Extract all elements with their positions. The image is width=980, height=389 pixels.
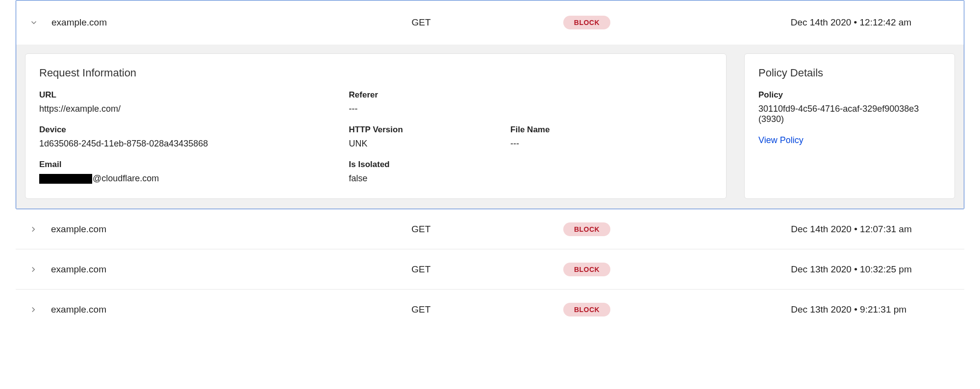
details-panel: Request Information URL https://example.… — [16, 45, 964, 209]
url-label: URL — [39, 90, 349, 100]
url-value: https://example.com/ — [39, 104, 349, 114]
chevron-down-icon[interactable] — [16, 18, 51, 27]
card-title: Policy Details — [758, 67, 941, 79]
referer-value: --- — [349, 104, 712, 114]
view-policy-link[interactable]: View Policy — [758, 135, 804, 145]
time-cell: Dec 14th 2020 • 12:12:42 am — [791, 17, 964, 28]
status-cell: BLOCK — [563, 303, 791, 316]
domain-cell: example.com — [51, 17, 412, 28]
table-row[interactable]: example.com GET BLOCK Dec 13th 2020 • 9:… — [16, 290, 964, 330]
log-table: example.com GET BLOCK Dec 14th 2020 • 12… — [0, 0, 980, 341]
chevron-right-icon[interactable] — [16, 305, 51, 314]
method-cell: GET — [412, 17, 563, 28]
policy-label: Policy — [758, 90, 941, 100]
status-cell: BLOCK — [563, 16, 791, 29]
http-version-label: HTTP Version — [349, 125, 511, 135]
status-cell: BLOCK — [563, 263, 791, 276]
policy-details-card: Policy Details Policy 30110fd9-4c56-4716… — [744, 53, 955, 199]
table-row-expanded: example.com GET BLOCK Dec 14th 2020 • 12… — [16, 0, 964, 209]
time-cell: Dec 13th 2020 • 10:32:25 pm — [791, 264, 964, 275]
chevron-right-icon[interactable] — [16, 265, 51, 274]
chevron-right-icon[interactable] — [16, 225, 51, 234]
policy-value: 30110fd9-4c56-4716-acaf-329ef90038e3 (39… — [758, 104, 941, 124]
domain-cell: example.com — [51, 224, 411, 235]
file-name-value: --- — [510, 139, 712, 149]
status-badge: BLOCK — [563, 16, 610, 29]
is-isolated-value: false — [349, 173, 712, 184]
file-name-label: File Name — [510, 125, 712, 135]
device-label: Device — [39, 125, 349, 135]
table-row[interactable]: example.com GET BLOCK Dec 14th 2020 • 12… — [16, 209, 964, 249]
status-badge: BLOCK — [563, 303, 610, 316]
referer-label: Referer — [349, 90, 712, 100]
domain-cell: example.com — [51, 304, 411, 315]
status-badge: BLOCK — [563, 222, 610, 236]
request-info-card: Request Information URL https://example.… — [25, 53, 727, 199]
redacted-block — [39, 174, 92, 184]
email-value: @cloudflare.com — [39, 173, 349, 184]
http-version-value: UNK — [349, 139, 511, 149]
is-isolated-label: Is Isolated — [349, 160, 712, 170]
email-domain: @cloudflare.com — [93, 173, 159, 183]
status-cell: BLOCK — [563, 222, 791, 236]
status-badge: BLOCK — [563, 263, 610, 276]
domain-cell: example.com — [51, 264, 411, 275]
email-label: Email — [39, 160, 349, 170]
method-cell: GET — [411, 304, 563, 315]
method-cell: GET — [411, 264, 563, 275]
table-row[interactable]: example.com GET BLOCK Dec 13th 2020 • 10… — [16, 249, 964, 290]
method-cell: GET — [411, 224, 563, 235]
device-value: 1d635068-245d-11eb-8758-028a43435868 — [39, 139, 349, 149]
card-title: Request Information — [39, 67, 712, 79]
table-row[interactable]: example.com GET BLOCK Dec 14th 2020 • 12… — [16, 0, 964, 45]
time-cell: Dec 14th 2020 • 12:07:31 am — [791, 224, 964, 235]
time-cell: Dec 13th 2020 • 9:21:31 pm — [791, 304, 964, 315]
